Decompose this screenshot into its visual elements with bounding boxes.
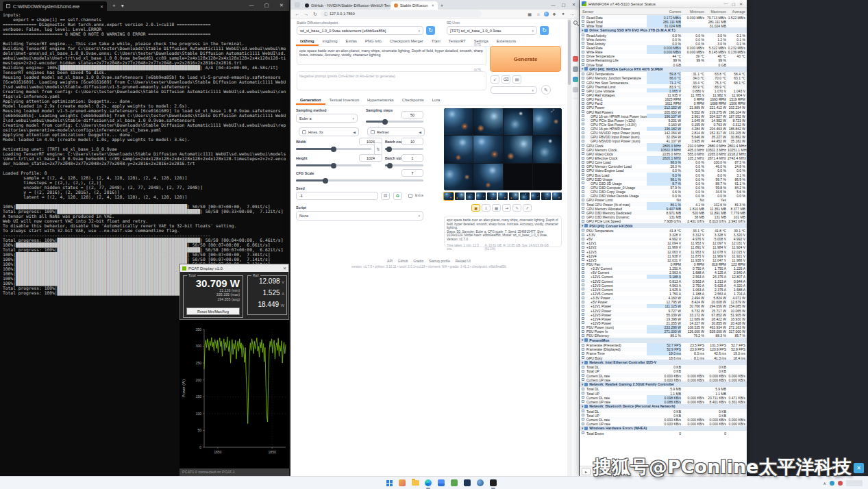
column-header-maximum[interactable]: Maximum xyxy=(711,10,726,14)
sensor-column-headers[interactable]: SensorCurrentMinimumMaximumAverage xyxy=(580,8,747,15)
height-slider[interactable] xyxy=(296,164,371,166)
gallery-image[interactable] xyxy=(504,108,532,135)
footer-link-reload-ui[interactable]: Reload UI xyxy=(456,259,471,263)
styles-dropdown[interactable]: ▾ xyxy=(491,86,537,94)
tab-png-info[interactable]: PNG Info xyxy=(361,37,386,46)
gallery-image[interactable] xyxy=(444,164,473,190)
gallery-thumbnail[interactable] xyxy=(509,192,519,200)
negative-prompt-textarea[interactable]: Negative prompt (press Ctrl+Enter or Alt… xyxy=(297,71,486,90)
profile-avatar[interactable]: ● xyxy=(560,12,567,16)
tab-dropdown-icon[interactable]: ▾ xyxy=(121,3,124,9)
site-info-icon[interactable]: ⓘ xyxy=(324,12,327,16)
sampling-method-dropdown[interactable]: Euler a▾ xyxy=(296,114,358,123)
tab-extensions[interactable]: Extensions xyxy=(493,37,520,46)
tab-settings[interactable]: Settings xyxy=(470,37,493,46)
prompt-textarea[interactable]: epic space battle over an alien planet, … xyxy=(297,46,486,65)
forward-icon[interactable]: → xyxy=(303,10,310,18)
browser-tab-stable-diffusion[interactable]: Stable Diffusion ✕ xyxy=(390,1,438,10)
sensor-section-header[interactable]: ▾Drive: Samsung SSD 970 EVO Plus 2TB (S.… xyxy=(580,27,747,33)
gallery-thumbnail[interactable] xyxy=(531,192,541,200)
scrollbar-thumb[interactable] xyxy=(568,20,571,85)
save-image-button[interactable]: ⇓ xyxy=(482,204,491,212)
sidebar-games-icon[interactable] xyxy=(573,77,578,82)
refiner-checkbox[interactable] xyxy=(371,130,375,134)
sidebar-tools-icon[interactable] xyxy=(573,66,578,72)
gallery-image[interactable] xyxy=(533,108,562,135)
maximize-button[interactable]: ▢ xyxy=(259,0,274,11)
column-header-average[interactable]: Average xyxy=(732,10,745,14)
sensor-row[interactable]: Current UP rate0.088 KB/s0.000 KB/s8.401… xyxy=(580,399,747,403)
sidebar-shopping-icon[interactable] xyxy=(573,56,578,62)
refiner-toggle[interactable]: Refiner ◀ xyxy=(367,127,425,136)
copilot-icon[interactable] xyxy=(544,12,549,16)
dev-app-icon[interactable] xyxy=(462,477,473,488)
clear-prompt-button[interactable]: ⌫ xyxy=(501,75,510,84)
batch-size-slider[interactable] xyxy=(385,164,423,166)
watermark-close-icon[interactable]: ✕ xyxy=(854,463,864,473)
extra-seed-checkbox[interactable] xyxy=(408,194,412,198)
random-seed-button[interactable]: ⚄ xyxy=(381,192,390,200)
pcat-close-icon[interactable]: ✕ xyxy=(283,266,286,271)
sensor-row[interactable]: Write Total31.024 MB31.024 MB xyxy=(580,23,747,27)
paste-generation-params-button[interactable]: ↙ xyxy=(491,75,499,84)
gallery-image[interactable] xyxy=(473,108,502,135)
tab-img2img[interactable]: img2img xyxy=(319,37,342,46)
extra-networks-button[interactable]: ▤ xyxy=(512,75,521,84)
script-dropdown[interactable]: None▾ xyxy=(296,211,423,221)
gallery-thumbnail[interactable] xyxy=(487,192,497,200)
subtab-textual-inversion[interactable]: Textual Inversion xyxy=(325,96,364,105)
hwinfo-title-bar[interactable]: HWiNFO64 v7.46-5110 Sensor Status — ▢ ✕ xyxy=(580,0,747,8)
gallery-image[interactable] xyxy=(473,136,502,162)
sensor-row[interactable]: Total Errors00 xyxy=(580,431,747,435)
tab-tensorrt[interactable]: TensorRT xyxy=(445,37,470,46)
sampling-steps-slider[interactable] xyxy=(366,121,423,123)
green-app-icon[interactable] xyxy=(449,477,460,488)
terminal-tab[interactable]: C:\WINDOWS\system32\cmd.exe ✕ xyxy=(3,1,107,11)
close-button[interactable]: ✕ xyxy=(274,0,289,11)
workspaces-icon[interactable] xyxy=(295,2,300,8)
minimize-button[interactable]: — xyxy=(244,0,259,11)
batch-size-value[interactable]: 1 xyxy=(401,154,423,162)
sensor-row[interactable]: Current UP rate0.000 KB/s0.000 KB/s0.000… xyxy=(580,377,747,381)
tab-txt2img[interactable]: txt2img xyxy=(296,37,319,46)
more-menu-icon[interactable]: ⋯ xyxy=(569,12,575,16)
maximize-button[interactable]: ▢ xyxy=(558,2,569,8)
store-app-icon[interactable] xyxy=(436,477,447,488)
hires-fix-toggle[interactable]: Hires. fix ◀ xyxy=(299,127,359,136)
refresh-unet-button[interactable]: ↻ xyxy=(540,26,549,35)
close-button[interactable]: ✕ xyxy=(737,1,745,6)
new-tab-button[interactable]: + xyxy=(112,3,116,9)
sidebar-office-icon[interactable] xyxy=(573,87,578,92)
refresh-checkpoints-button[interactable]: ↻ xyxy=(426,26,435,35)
height-value[interactable]: 1024 xyxy=(359,154,382,162)
edit-styles-button[interactable]: ✎ xyxy=(541,85,551,95)
start-button[interactable] xyxy=(384,477,395,488)
tray-app-icon-blue[interactable] xyxy=(830,481,834,486)
favorites-star-icon[interactable]: ☆ xyxy=(535,12,542,16)
close-tab-icon[interactable]: ✕ xyxy=(100,4,103,9)
split-screen-icon[interactable]: ▦ xyxy=(526,12,533,16)
gallery-image[interactable] xyxy=(533,136,562,162)
gallery-thumbnail[interactable] xyxy=(466,192,475,200)
minimize-button[interactable]: — xyxy=(548,3,558,8)
reset-minmax-button[interactable]: Reset Min/Max/Avg xyxy=(186,308,240,315)
tab-checkpoint-merger[interactable]: Checkpoint Merger xyxy=(386,37,427,46)
extensions-icon[interactable]: ❖ xyxy=(551,12,558,16)
sensor-section-header[interactable]: ▾PSU [#0]: Corsair HX1500i xyxy=(580,223,747,229)
minimize-button[interactable]: — xyxy=(722,1,730,6)
gallery-thumbnail[interactable] xyxy=(498,192,508,200)
footer-link-github[interactable]: Github xyxy=(398,259,408,263)
gallery-thumbnail[interactable] xyxy=(541,192,551,200)
sensor-row[interactable]: PSU Efficiency86.1 %76.2 %88.3 %85.7 % xyxy=(580,334,747,338)
new-tab-button[interactable]: + xyxy=(441,3,443,8)
gallery-thumbnail[interactable] xyxy=(455,192,464,200)
sampling-steps-value[interactable]: 50 xyxy=(401,111,423,118)
open-folder-button[interactable]: ▣ xyxy=(471,204,480,212)
reuse-seed-button[interactable]: ♻ xyxy=(393,192,402,200)
pcat-title-bar[interactable]: PCAT Display v1.0 ✕ xyxy=(180,264,288,272)
widgets-app-icon[interactable] xyxy=(397,477,408,488)
save-zip-button[interactable]: ▦ xyxy=(492,204,501,212)
blue-circle-app-icon[interactable] xyxy=(475,477,486,488)
seed-input[interactable]: -1 xyxy=(296,192,378,200)
column-header-minimum[interactable]: Minimum xyxy=(690,10,704,14)
